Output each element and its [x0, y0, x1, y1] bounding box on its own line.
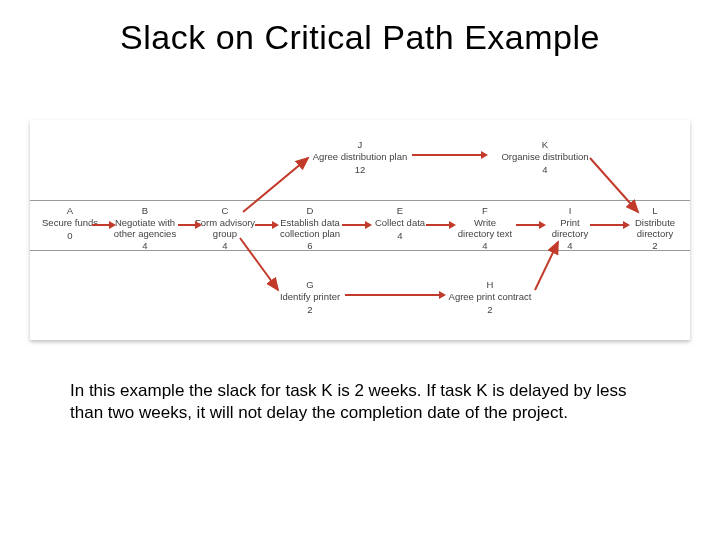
- node-a: A Secure funds 0: [42, 206, 98, 241]
- node-h: H Agree print contract 2: [449, 280, 532, 315]
- arrow-e-f: [426, 224, 450, 226]
- node-label: Secure funds: [42, 217, 98, 228]
- node-letter: K: [501, 140, 588, 150]
- node-letter: J: [313, 140, 408, 150]
- node-letter: F: [458, 206, 512, 216]
- arrow-i-l: [590, 224, 624, 226]
- node-l: L Distributedirectory 2: [635, 206, 675, 252]
- node-label: Organise distribution: [501, 151, 588, 162]
- node-letter: H: [449, 280, 532, 290]
- divider-top: [30, 200, 690, 201]
- arrow-a-b: [92, 224, 110, 226]
- page-title: Slack on Critical Path Example: [0, 18, 720, 57]
- diagram-canvas: A Secure funds 0 B Negotiate withother a…: [30, 120, 690, 340]
- arrow-b-c: [178, 224, 196, 226]
- node-duration: 2: [280, 305, 340, 315]
- node-label: Distributedirectory: [635, 217, 675, 238]
- node-duration: 4: [501, 165, 588, 175]
- caption-text: In this example the slack for task K is …: [70, 380, 660, 424]
- node-g: G Identify printer 2: [280, 280, 340, 315]
- node-c: C Form advisorygroup 4: [195, 206, 255, 252]
- node-label: Agree distribution plan: [313, 151, 408, 162]
- arrow-d-e: [342, 224, 366, 226]
- node-duration: 0: [42, 231, 98, 241]
- node-e: E Collect data 4: [375, 206, 425, 241]
- node-letter: A: [42, 206, 98, 216]
- node-i: I Printdirectory 4: [552, 206, 588, 252]
- node-letter: L: [635, 206, 675, 216]
- node-label: Negotiate withother agencies: [114, 217, 176, 238]
- node-duration: 4: [114, 241, 176, 251]
- node-f: F Writedirectory text 4: [458, 206, 512, 252]
- node-letter: E: [375, 206, 425, 216]
- node-j: J Agree distribution plan 12: [313, 140, 408, 175]
- arrow-j-k: [412, 154, 482, 156]
- node-d: D Establish datacollection plan 6: [280, 206, 340, 252]
- node-k: K Organise distribution 4: [501, 140, 588, 175]
- node-duration: 2: [449, 305, 532, 315]
- node-label: Collect data: [375, 217, 425, 228]
- node-label: Identify printer: [280, 291, 340, 302]
- arrow-f-i: [516, 224, 540, 226]
- node-label: Form advisorygroup: [195, 217, 255, 238]
- node-b: B Negotiate withother agencies 4: [114, 206, 176, 252]
- node-letter: G: [280, 280, 340, 290]
- node-duration: 4: [375, 231, 425, 241]
- node-label: Establish datacollection plan: [280, 217, 340, 238]
- node-letter: B: [114, 206, 176, 216]
- node-letter: C: [195, 206, 255, 216]
- node-letter: D: [280, 206, 340, 216]
- svg-line-1: [590, 158, 638, 212]
- node-letter: I: [552, 206, 588, 216]
- node-label: Printdirectory: [552, 217, 588, 238]
- node-duration: 6: [280, 241, 340, 251]
- node-duration: 4: [458, 241, 512, 251]
- node-duration: 12: [313, 165, 408, 175]
- node-duration: 2: [635, 241, 675, 251]
- node-duration: 4: [195, 241, 255, 251]
- arrow-c-d: [255, 224, 273, 226]
- node-label: Agree print contract: [449, 291, 532, 302]
- arrow-g-h: [345, 294, 440, 296]
- svg-line-0: [243, 158, 308, 212]
- node-label: Writedirectory text: [458, 217, 512, 238]
- node-duration: 4: [552, 241, 588, 251]
